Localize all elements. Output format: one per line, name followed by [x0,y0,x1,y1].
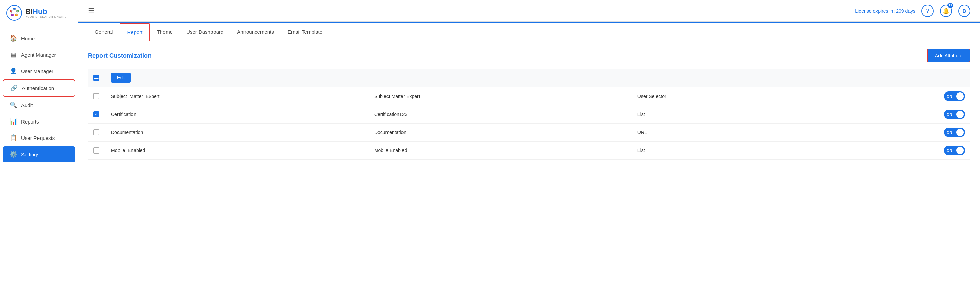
row4-toggle-label: ON [947,148,952,152]
row1-checkbox[interactable] [93,93,99,99]
sidebar-nav: 🏠 Home ▦ Agent Manager 👤 User Manager 🔗 … [0,26,78,290]
home-icon: 🏠 [10,34,17,42]
logo-bi: BI [25,7,33,16]
logo-subtitle: YOUR BI SEARCH ENGINE [25,15,67,18]
notification-badge: 13 [947,3,953,8]
header-left: ☰ [88,6,95,15]
user-requests-icon: 📋 [10,134,17,142]
reports-icon: 📊 [10,118,17,125]
sidebar-item-settings[interactable]: ⚙️ Settings [3,146,75,162]
tab-announcements[interactable]: Announcements [230,24,281,41]
row3-col2: Documentation [374,130,632,135]
settings-icon: ⚙️ [10,151,17,158]
license-text: License expires in: 209 days [855,8,915,14]
logo: BIHub YOUR BI SEARCH ENGINE [0,0,78,26]
header: ☰ License expires in: 209 days ? 🔔 13 B [78,0,980,22]
sidebar-item-label: Authentication [22,85,54,91]
user-manager-icon: 👤 [10,67,17,75]
sidebar-item-label: Home [21,35,35,41]
logo-text: BIHub YOUR BI SEARCH ENGINE [25,8,67,18]
tab-user-dashboard[interactable]: User Dashboard [180,24,230,41]
sidebar-item-user-requests[interactable]: 📋 User Requests [3,130,75,146]
sidebar-item-reports[interactable]: 📊 Reports [3,114,75,129]
row4-col2: Mobile Enabled [374,148,632,153]
table-row: Subject_Matter_Expert Subject Matter Exp… [88,87,970,106]
sidebar-item-authentication[interactable]: 🔗 Authentication [3,80,75,96]
content-area: General Report Theme User Dashboard Anno… [78,23,980,290]
tab-email-template[interactable]: Email Template [281,24,329,41]
row1-toggle[interactable]: ON [944,91,965,101]
agent-manager-icon: ▦ [10,51,17,58]
help-button[interactable]: ? [921,5,934,17]
row2-toggle-label: ON [947,112,952,116]
row3-toggle[interactable]: ON [944,128,965,137]
table-header-row: ▬ Edit [88,69,970,87]
report-header: Report Customization Add Attribute [88,49,970,62]
main-content: ☰ License expires in: 209 days ? 🔔 13 B … [78,0,980,290]
table-row: Documentation Documentation URL ON [88,123,970,142]
row1-toggle-circle [956,93,964,100]
bell-icon: 🔔 [943,8,949,14]
authentication-icon: 🔗 [10,84,18,92]
row1-col2: Subject Matter Expert [374,93,632,99]
report-section: Report Customization Add Attribute ▬ Edi… [78,41,980,167]
row4-toggle[interactable]: ON [944,146,965,155]
audit-icon: 🔍 [10,101,17,109]
sidebar-item-agent-manager[interactable]: ▦ Agent Manager [3,47,75,62]
tabs-bar: General Report Theme User Dashboard Anno… [78,23,980,41]
sidebar-item-label: Settings [21,152,40,157]
row4-checkbox[interactable] [93,147,99,154]
row1-toggle-label: ON [947,94,952,98]
sidebar-item-label: User Manager [21,68,54,74]
notifications-button[interactable]: 🔔 13 [940,5,952,17]
help-icon: ? [926,8,929,14]
sidebar-item-user-manager[interactable]: 👤 User Manager [3,63,75,79]
row3-col1: Documentation [111,130,369,135]
table-row: Mobile_Enabled Mobile Enabled List ON [88,142,970,160]
sidebar-item-label: Agent Manager [21,52,56,58]
header-right: License expires in: 209 days ? 🔔 13 B [855,5,970,17]
attributes-table: ▬ Edit Subject_Matter_Expert Subject Mat… [88,69,970,160]
row1-col1: Subject_Matter_Expert [111,93,369,99]
row2-checkbox[interactable]: ✓ [93,111,99,117]
logo-icon [6,5,22,21]
row2-col1: Certification [111,112,369,117]
tab-general[interactable]: General [88,24,119,41]
tab-theme[interactable]: Theme [150,24,180,41]
edit-button[interactable]: Edit [111,73,131,83]
row2-toggle-circle [956,111,964,118]
add-attribute-button[interactable]: Add Attribute [927,49,970,62]
logo-hub: Hub [33,7,47,16]
user-avatar[interactable]: B [958,5,970,17]
row4-toggle-circle [956,147,964,154]
tab-report[interactable]: Report [119,23,150,41]
sidebar-item-home[interactable]: 🏠 Home [3,30,75,46]
sidebar-item-audit[interactable]: 🔍 Audit [3,97,75,113]
row3-col3: URL [638,130,831,135]
select-all-checkbox[interactable]: ▬ [93,75,99,81]
sidebar-item-label: User Requests [21,135,55,141]
row4-col1: Mobile_Enabled [111,148,369,153]
sidebar-item-label: Reports [21,119,39,125]
table-row: ✓ Certification Certification123 List ON [88,106,970,123]
row4-col3: List [638,148,831,153]
row2-col2: Certification123 [374,112,632,117]
row3-toggle-circle [956,129,964,136]
hamburger-button[interactable]: ☰ [88,6,95,15]
row2-col3: List [638,112,831,117]
sidebar-item-label: Audit [21,103,33,108]
row1-col3: User Selector [638,93,831,99]
row2-toggle[interactable]: ON [944,109,965,119]
report-customization-title: Report Customization [88,52,151,59]
row3-checkbox[interactable] [93,129,99,135]
row3-toggle-label: ON [947,130,952,135]
sidebar: BIHub YOUR BI SEARCH ENGINE 🏠 Home ▦ Age… [0,0,78,290]
